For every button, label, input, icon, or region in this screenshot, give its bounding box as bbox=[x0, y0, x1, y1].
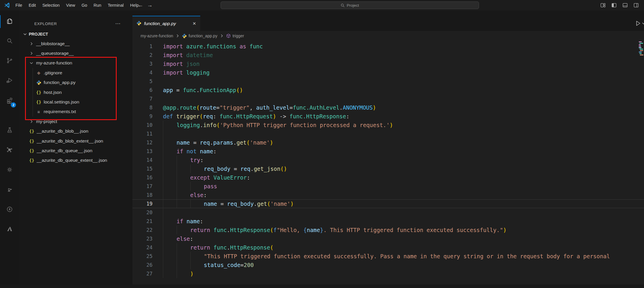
line-number[interactable]: 11 bbox=[132, 129, 163, 138]
run-python-file-icon[interactable] bbox=[634, 20, 641, 27]
tree-item--azurite-db-blob-extent-json[interactable]: {}__azurite_db_blob_extent__.json bbox=[19, 136, 132, 146]
code-line-11[interactable]: 11 bbox=[132, 129, 644, 138]
line-number[interactable]: 21 bbox=[132, 217, 163, 226]
tree-item-my-azure-function[interactable]: my-azure-function bbox=[19, 58, 132, 68]
close-icon[interactable]: ✕ bbox=[191, 20, 197, 27]
activity-item-azurite[interactable] bbox=[0, 141, 19, 160]
back-icon[interactable]: ← bbox=[137, 2, 144, 8]
activity-item-search[interactable] bbox=[0, 31, 19, 51]
tree-item--azurite-db-blob-json[interactable]: {}__azurite_db_blob__.json bbox=[19, 127, 132, 136]
code-line-10[interactable]: 10logging.info('Python HTTP trigger func… bbox=[132, 121, 644, 129]
code-line-21[interactable]: 21if name: bbox=[132, 217, 644, 226]
menu-terminal[interactable]: Terminal bbox=[104, 0, 127, 10]
tree-item--gitignore[interactable]: ◆.gitignore bbox=[19, 68, 132, 78]
activity-item-source-control[interactable] bbox=[0, 51, 19, 71]
line-number[interactable]: 23 bbox=[132, 234, 163, 243]
line-number[interactable]: 17 bbox=[132, 182, 163, 191]
code-line-8[interactable]: 8@app.route(route="trigger", auth_level=… bbox=[132, 103, 644, 112]
toggle-secondary-sidebar-icon[interactable] bbox=[633, 2, 639, 8]
toggle-panel-icon[interactable] bbox=[622, 2, 628, 8]
code-line-25[interactable]: 25"This HTTP triggered function executed… bbox=[132, 252, 644, 261]
code-line-19[interactable]: 19name = req_body.get('name') bbox=[132, 199, 644, 208]
toggle-primary-sidebar-icon[interactable] bbox=[611, 2, 617, 8]
code-line-15[interactable]: 15req_body = req.get_json() bbox=[132, 164, 644, 173]
line-number[interactable]: 8 bbox=[132, 103, 163, 112]
tree-item-host-json[interactable]: {}host.json bbox=[19, 87, 132, 97]
line-number[interactable]: 24 bbox=[132, 243, 163, 252]
code-line-5[interactable]: 5 bbox=[132, 77, 644, 86]
tree-item--queuestorage-[interactable]: __queuestorage__ bbox=[19, 48, 132, 58]
menu-view[interactable]: View bbox=[63, 0, 78, 10]
line-number[interactable]: 26 bbox=[132, 261, 163, 269]
customize-layout-icon[interactable] bbox=[600, 2, 606, 8]
code-line-17[interactable]: 17pass bbox=[132, 182, 644, 191]
line-number[interactable]: 9 bbox=[132, 112, 163, 121]
line-number[interactable]: 19 bbox=[132, 200, 163, 208]
code-line-16[interactable]: 16except ValueError: bbox=[132, 173, 644, 182]
minimap[interactable] bbox=[638, 41, 644, 285]
line-number[interactable]: 4 bbox=[132, 68, 163, 77]
chevron-down-icon[interactable] bbox=[641, 21, 644, 26]
line-number[interactable]: 27 bbox=[132, 269, 163, 278]
code-line-26[interactable]: 26status_code=200 bbox=[132, 261, 644, 269]
code-line-14[interactable]: 14try: bbox=[132, 156, 644, 164]
line-number[interactable]: 7 bbox=[132, 94, 163, 103]
line-number[interactable]: 6 bbox=[132, 86, 163, 94]
menu-run[interactable]: Run bbox=[91, 0, 105, 10]
line-number[interactable]: 2 bbox=[132, 51, 163, 59]
activity-item-azure[interactable] bbox=[0, 220, 19, 240]
tree-item-function-app-py[interactable]: function_app.py bbox=[19, 78, 132, 87]
breadcrumb-item-my-azure-function[interactable]: my-azure-function bbox=[141, 34, 173, 38]
code-line-7[interactable]: 7 bbox=[132, 94, 644, 103]
line-number[interactable]: 5 bbox=[132, 77, 163, 86]
code-area[interactable]: 1import azure.functions as func2import d… bbox=[132, 41, 644, 285]
breadcrumb-item-trigger[interactable]: trigger bbox=[226, 34, 244, 38]
tab-function-app[interactable]: function_app.py ✕ bbox=[132, 16, 200, 31]
code-line-12[interactable]: 12name = req.params.get('name') bbox=[132, 138, 644, 147]
line-number[interactable]: 10 bbox=[132, 121, 163, 129]
tree-item--azurite-db-queue-extent-json[interactable]: {}__azurite_db_queue_extent__.json bbox=[19, 156, 132, 165]
line-number[interactable]: 20 bbox=[132, 208, 163, 217]
tree-item--azurite-db-queue-json[interactable]: {}__azurite_db_queue__.json bbox=[19, 146, 132, 155]
activity-item-tools[interactable] bbox=[0, 160, 19, 180]
menu-file[interactable]: File bbox=[12, 0, 25, 10]
line-number[interactable]: 15 bbox=[132, 164, 163, 173]
breadcrumb-item-function-app-py[interactable]: function_app.py bbox=[182, 34, 217, 38]
menu-go[interactable]: Go bbox=[78, 0, 90, 10]
code-line-9[interactable]: 9def trigger(req: func.HttpRequest) -> f… bbox=[132, 112, 644, 121]
line-number[interactable]: 22 bbox=[132, 226, 163, 234]
code-line-2[interactable]: 2import datetime bbox=[132, 51, 644, 59]
line-number[interactable]: 18 bbox=[132, 191, 163, 199]
code-line-6[interactable]: 6app = func.FunctionApp() bbox=[132, 86, 644, 94]
code-line-24[interactable]: 24return func.HttpResponse( bbox=[132, 243, 644, 252]
tree-item-local-settings-json[interactable]: {}local.settings.json bbox=[19, 97, 132, 107]
line-number[interactable]: 3 bbox=[132, 59, 163, 68]
code-line-13[interactable]: 13if not name: bbox=[132, 147, 644, 156]
more-actions-icon[interactable]: ⋯ bbox=[115, 20, 121, 27]
activity-item-testing[interactable] bbox=[0, 121, 19, 141]
line-number[interactable]: 13 bbox=[132, 147, 163, 156]
code-line-22[interactable]: 22return func.HttpResponse(f"Hello, {nam… bbox=[132, 226, 644, 234]
code-line-1[interactable]: 1import azure.functions as func bbox=[132, 42, 644, 51]
tree-item--blobstorage-[interactable]: __blobstorage__ bbox=[19, 39, 132, 48]
tree-item-requirements-txt[interactable]: ≡requirements.txt bbox=[19, 107, 132, 117]
command-center-search[interactable]: Project bbox=[221, 1, 479, 9]
code-line-18[interactable]: 18else: bbox=[132, 191, 644, 199]
activity-item-thunder-client[interactable] bbox=[0, 200, 19, 220]
line-number[interactable]: 25 bbox=[132, 252, 163, 261]
menu-edit[interactable]: Edit bbox=[25, 0, 39, 10]
sidebar-section-project[interactable]: PROJECT bbox=[19, 29, 132, 39]
activity-item-run-and-debug[interactable] bbox=[0, 71, 19, 91]
menu-selection[interactable]: Selection bbox=[39, 0, 63, 10]
code-line-27[interactable]: 27) bbox=[132, 269, 644, 278]
line-number[interactable]: 14 bbox=[132, 156, 163, 164]
tree-item-my-project[interactable]: my-project bbox=[19, 117, 132, 126]
code-line-20[interactable]: 20 bbox=[132, 208, 644, 217]
line-number[interactable]: 1 bbox=[132, 42, 163, 51]
line-number[interactable]: 16 bbox=[132, 173, 163, 182]
activity-item-explorer[interactable] bbox=[0, 12, 19, 31]
code-line-3[interactable]: 3import json bbox=[132, 59, 644, 68]
activity-item-extensions[interactable]: 2 bbox=[0, 91, 19, 111]
code-line-23[interactable]: 23else: bbox=[132, 234, 644, 243]
line-number[interactable]: 12 bbox=[132, 138, 163, 147]
